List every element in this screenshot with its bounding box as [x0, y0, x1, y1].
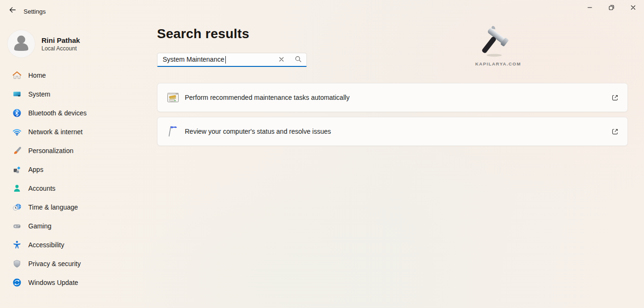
maintenance-icon: [166, 91, 180, 104]
sidebar-item-label: Bluetooth & devices: [28, 109, 87, 117]
settings-window: Settings: [0, 0, 644, 308]
watermark-text: KAPILARYA.COM: [475, 61, 517, 66]
time-language-icon: [12, 203, 22, 212]
search-input[interactable]: [163, 53, 273, 65]
sidebar-item-time-language[interactable]: Time & language: [2, 199, 149, 216]
restore-icon: [608, 4, 615, 13]
sidebar-item-label: Personalization: [28, 147, 74, 154]
sidebar-item-network-internet[interactable]: Network & internet: [2, 123, 149, 140]
close-button[interactable]: [622, 0, 644, 16]
x-icon: [278, 56, 285, 64]
sidebar-item-label: Apps: [28, 166, 43, 173]
watermark: KAPILARYA.COM: [475, 23, 517, 66]
sidebar-item-gaming[interactable]: Gaming: [2, 218, 149, 235]
sidebar-item-label: Privacy & security: [28, 260, 81, 267]
network-icon: [12, 127, 22, 137]
sidebar-item-system[interactable]: System: [2, 86, 149, 103]
result-card-status[interactable]: Review your computer's status and resolv…: [157, 117, 628, 146]
avatar: [8, 30, 35, 57]
result-label: Perform recommended maintenance tasks au…: [185, 94, 349, 101]
windows-update-icon: [12, 278, 22, 287]
text-caret: [225, 56, 226, 64]
profile[interactable]: Rini Pathak Local Account: [6, 28, 145, 59]
sidebar-item-bluetooth-devices[interactable]: Bluetooth & devices: [2, 105, 149, 122]
clear-search-button[interactable]: [275, 54, 288, 65]
apps-icon: [12, 165, 22, 174]
hammer-icon: [477, 52, 515, 60]
magnifier-icon: [295, 56, 302, 64]
sidebar-item-label: Gaming: [28, 222, 51, 230]
back-button[interactable]: [4, 3, 21, 18]
external-link-icon: [611, 94, 619, 102]
privacy-icon: [12, 259, 22, 268]
sidebar-item-privacy-security[interactable]: Privacy & security: [2, 255, 149, 272]
sidebar-item-label: Home: [28, 72, 46, 79]
sidebar-item-accounts[interactable]: Accounts: [2, 180, 149, 197]
result-card-maintenance[interactable]: Perform recommended maintenance tasks au…: [157, 83, 628, 112]
app-title: Settings: [24, 8, 46, 15]
personalization-icon: [12, 146, 22, 155]
profile-name: Rini Pathak: [41, 36, 80, 45]
external-link-icon: [611, 128, 619, 136]
restore-button[interactable]: [601, 0, 622, 16]
accessibility-icon: [12, 240, 22, 250]
sidebar-item-label: Accounts: [28, 185, 56, 192]
sidebar-item-accessibility[interactable]: Accessibility: [2, 236, 149, 253]
sidebar-item-label: Accessibility: [28, 241, 64, 249]
search-button[interactable]: [292, 54, 304, 65]
sidebar-item-label: System: [28, 90, 50, 98]
sidebar-item-label: Windows Update: [28, 279, 78, 286]
sidebar: Rini Pathak Local Account Home System: [0, 23, 151, 308]
profile-account-type: Local Account: [41, 45, 80, 52]
sidebar-item-windows-update[interactable]: Windows Update: [2, 274, 149, 291]
home-icon: [12, 71, 22, 80]
profile-text: Rini Pathak Local Account: [41, 36, 80, 52]
minimize-icon: [586, 4, 594, 13]
sidebar-nav: Home System Bluetooth & devices Network …: [2, 67, 149, 293]
sidebar-item-personalization[interactable]: Personalization: [2, 142, 149, 159]
system-icon: [12, 89, 22, 99]
gaming-icon: [12, 221, 22, 231]
search-box: [157, 53, 307, 67]
flag-icon: [166, 125, 180, 138]
sidebar-item-label: Network & internet: [28, 128, 83, 136]
person-icon: [8, 30, 35, 57]
window-controls: [579, 0, 644, 16]
accounts-icon: [12, 184, 22, 193]
minimize-button[interactable]: [579, 0, 601, 16]
sidebar-item-label: Time & language: [28, 203, 78, 211]
bluetooth-icon: [12, 108, 22, 118]
back-arrow-icon: [8, 6, 17, 15]
titlebar: Settings: [0, 0, 644, 23]
sidebar-item-home[interactable]: Home: [2, 67, 149, 84]
result-label: Review your computer's status and resolv…: [185, 128, 331, 135]
page-title: Search results: [157, 26, 249, 41]
close-icon: [629, 4, 637, 13]
sidebar-item-apps[interactable]: Apps: [2, 161, 149, 178]
